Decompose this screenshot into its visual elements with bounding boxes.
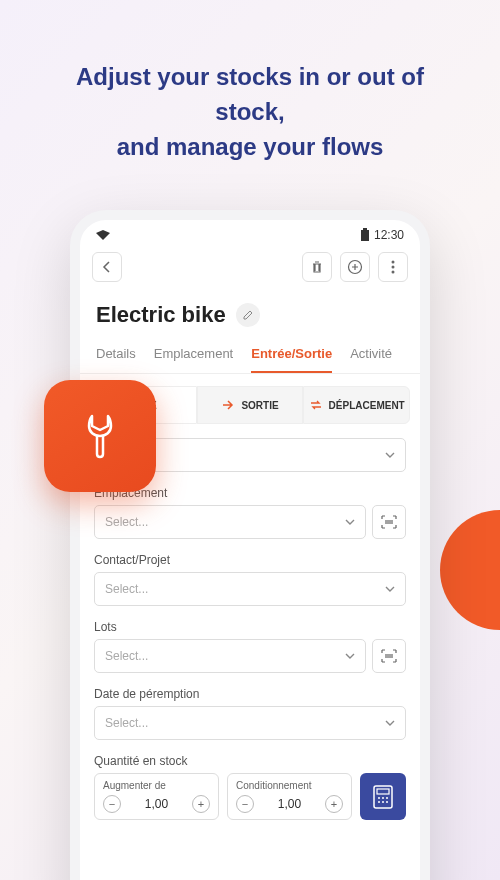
chevron-down-icon: [345, 653, 355, 659]
augmenter-value[interactable]: 1,00: [145, 797, 168, 811]
field-emplacement: Emplacement Select...: [94, 486, 406, 539]
contact-label: Contact/Projet: [94, 553, 406, 567]
svg-point-11: [378, 801, 380, 803]
svg-point-10: [386, 797, 388, 799]
svg-rect-1: [363, 228, 367, 230]
calculator-button[interactable]: [360, 773, 406, 820]
emplacement-select[interactable]: Select...: [94, 505, 366, 539]
emplacement-scan-button[interactable]: [372, 505, 406, 539]
tab-entree-sortie[interactable]: Entrée/Sortie: [251, 338, 332, 373]
tab-details[interactable]: Details: [96, 338, 136, 373]
svg-point-5: [392, 271, 395, 274]
chevron-down-icon: [345, 519, 355, 525]
page-title: Electric bike: [96, 302, 226, 328]
wifi-icon: [96, 230, 110, 240]
field-peremption: Date de péremption Select...: [94, 687, 406, 740]
lots-scan-button[interactable]: [372, 639, 406, 673]
augmenter-plus[interactable]: +: [192, 795, 210, 813]
peremption-label: Date de péremption: [94, 687, 406, 701]
svg-point-9: [382, 797, 384, 799]
lots-label: Lots: [94, 620, 406, 634]
status-bar: 12:30: [80, 220, 420, 246]
hero-line-1: Adjust your stocks in or out of stock,: [40, 60, 460, 130]
conditionnement-box: Conditionnement − 1,00 +: [227, 773, 352, 820]
augmenter-box: Augmenter de − 1,00 +: [94, 773, 219, 820]
trash-icon: [310, 260, 324, 274]
svg-point-8: [378, 797, 380, 799]
field-lots: Lots Select...: [94, 620, 406, 673]
svg-point-4: [392, 266, 395, 269]
segment-deplacement[interactable]: DÉPLACEMENT: [303, 386, 410, 424]
tab-activite[interactable]: Activité: [350, 338, 392, 373]
barcode-icon: [381, 649, 397, 663]
svg-point-13: [386, 801, 388, 803]
pencil-icon: [242, 309, 254, 321]
wrench-icon: [72, 408, 128, 464]
segment-sortie-label: SORTIE: [241, 400, 278, 411]
arrow-out-icon: [221, 399, 235, 411]
augmenter-minus[interactable]: −: [103, 795, 121, 813]
quantite-label: Quantité en stock: [94, 754, 406, 768]
decorative-blob: [440, 510, 500, 630]
segment-deplacement-label: DÉPLACEMENT: [329, 400, 405, 411]
swap-icon: [309, 399, 323, 411]
more-button[interactable]: [378, 252, 408, 282]
tab-emplacement[interactable]: Emplacement: [154, 338, 233, 373]
lots-select-value: Select...: [105, 649, 148, 663]
battery-icon: [360, 228, 370, 242]
svg-rect-7: [377, 789, 389, 794]
plus-circle-icon: [347, 259, 363, 275]
hero-heading: Adjust your stocks in or out of stock, a…: [0, 0, 500, 164]
conditionnement-plus[interactable]: +: [325, 795, 343, 813]
segment-sortie[interactable]: SORTIE: [197, 386, 304, 424]
chevron-down-icon: [385, 586, 395, 592]
barcode-icon: [381, 515, 397, 529]
phone-frame: 12:30 Electric bike Details Emplacement …: [70, 210, 430, 880]
svg-rect-0: [361, 230, 369, 241]
conditionnement-minus[interactable]: −: [236, 795, 254, 813]
edit-title-button[interactable]: [236, 303, 260, 327]
emplacement-select-value: Select...: [105, 515, 148, 529]
title-row: Electric bike: [80, 288, 420, 338]
arrow-left-icon: [100, 260, 114, 274]
conditionnement-label: Conditionnement: [236, 780, 343, 791]
conditionnement-value[interactable]: 1,00: [278, 797, 301, 811]
delete-button[interactable]: [302, 252, 332, 282]
back-button[interactable]: [92, 252, 122, 282]
peremption-select-value: Select...: [105, 716, 148, 730]
status-time: 12:30: [374, 228, 404, 242]
add-button[interactable]: [340, 252, 370, 282]
field-contact: Contact/Projet Select...: [94, 553, 406, 606]
app-top-bar: [80, 246, 420, 288]
svg-point-12: [382, 801, 384, 803]
svg-point-3: [392, 261, 395, 264]
page-tabs: Details Emplacement Entrée/Sortie Activi…: [80, 338, 420, 374]
contact-select-value: Select...: [105, 582, 148, 596]
calculator-icon: [372, 784, 394, 810]
field-quantite: Quantité en stock Augmenter de − 1,00 + …: [94, 754, 406, 820]
hero-line-2: and manage your flows: [40, 130, 460, 165]
chevron-down-icon: [385, 452, 395, 458]
chevron-down-icon: [385, 720, 395, 726]
augmenter-label: Augmenter de: [103, 780, 210, 791]
wrench-feature-card: [44, 380, 156, 492]
lots-select[interactable]: Select...: [94, 639, 366, 673]
peremption-select[interactable]: Select...: [94, 706, 406, 740]
more-vertical-icon: [391, 260, 395, 274]
contact-select[interactable]: Select...: [94, 572, 406, 606]
